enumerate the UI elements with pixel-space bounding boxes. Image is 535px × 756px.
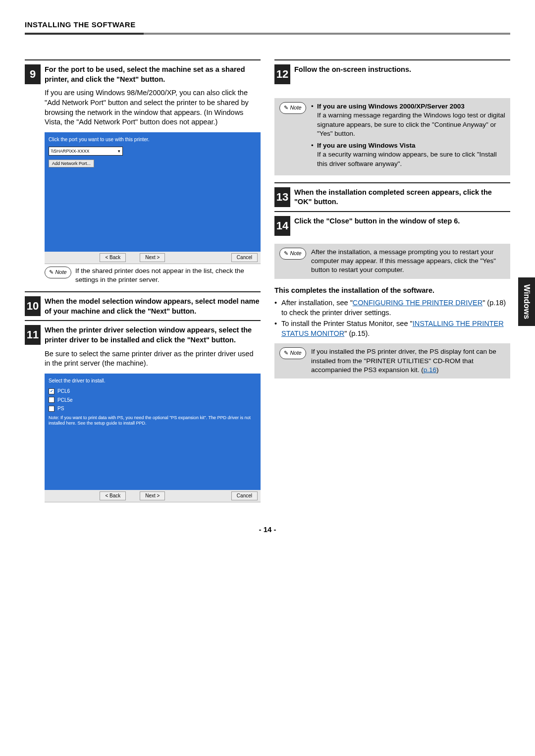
- pcl5e-label: PCL5e: [57, 397, 73, 404]
- configure-printer-driver-link[interactable]: CONFIGURING THE PRINTER DRIVER: [353, 299, 482, 307]
- note-icon: Note: [279, 102, 306, 114]
- chevron-down-icon[interactable]: ▾: [118, 148, 120, 154]
- step-12: 12 Follow the on-screen instructions.: [274, 64, 510, 84]
- note-icon: Note: [279, 248, 306, 260]
- step-10-title: When the model selection window appears,…: [45, 296, 261, 316]
- driver-selection-dialog: Select the driver to install. ✔ PCL6 PCL…: [45, 374, 261, 502]
- step-10-rule: [25, 291, 261, 292]
- step-9-rule: [25, 59, 261, 60]
- note-icon: Note: [45, 267, 71, 278]
- pcl6-label: PCL6: [57, 388, 70, 395]
- ps-note-post: ): [436, 366, 439, 374]
- driver-back-button[interactable]: < Back: [100, 491, 126, 500]
- step-12-num: 12: [274, 64, 290, 84]
- step-14: 14 Click the "Close" button in the windo…: [274, 216, 510, 236]
- step-9: 9 For the port to be used, select the ma…: [25, 64, 261, 84]
- pcl5e-checkbox[interactable]: [49, 397, 54, 403]
- bullet2-pre: To install the Printer Status Monitor, s…: [281, 320, 413, 327]
- dialog-footer: < Back Next > Cancel: [45, 252, 261, 264]
- step-13: 13 When the installation completed scree…: [274, 187, 510, 207]
- driver-dialog-footer: < Back Next > Cancel: [45, 490, 261, 502]
- step-11-title: When the printer driver selection window…: [45, 325, 261, 345]
- step-9-title: For the port to be used, select the mach…: [45, 64, 261, 84]
- step-14-title: Click the "Close" button in the window o…: [294, 216, 510, 236]
- step-9-note-text: If the shared printer does not appear in…: [75, 267, 261, 284]
- ps-driver-note-text: If you installed the PS printer driver, …: [311, 347, 505, 375]
- step-12-title: Follow the on-screen instructions.: [294, 64, 510, 84]
- step-11-body: Be sure to select the same printer drive…: [45, 349, 261, 369]
- step-11-rule: [25, 320, 261, 321]
- driver-dialog-instruction: Select the driver to install.: [49, 378, 257, 384]
- completion-heading: This completes the installation of the s…: [274, 286, 510, 296]
- add-network-port-button[interactable]: Add Network Port...: [49, 160, 94, 167]
- step-9-note: Note If the shared printer does not appe…: [45, 267, 261, 284]
- bullet2-post: " (p.15).: [344, 329, 370, 337]
- driver-next-button[interactable]: Next >: [140, 491, 165, 500]
- step-10-num: 10: [25, 296, 41, 316]
- step-14-note: Note After the installation, a message p…: [274, 244, 510, 279]
- note12-text-1: If a warning message regarding the Windo…: [317, 111, 505, 137]
- step-12-rule: [274, 59, 510, 60]
- note12-heading-2: If you are using Windows Vista: [317, 142, 415, 149]
- ps-label: PS: [57, 405, 64, 412]
- bullet1-pre: After installation, see ": [281, 299, 353, 307]
- step-14-rule: [274, 211, 510, 212]
- ps-note-pre: If you installed the PS printer driver, …: [311, 348, 496, 373]
- page-header: INSTALLING THE SOFTWARE: [25, 20, 510, 30]
- pcl6-checkbox[interactable]: ✔: [49, 388, 54, 394]
- right-column: 12 Follow the on-screen instructions. No…: [274, 59, 510, 505]
- left-column: 9 For the port to be used, select the ma…: [25, 59, 261, 505]
- step-11-num: 11: [25, 325, 41, 345]
- port-selection-dialog: Click the port you want to use with this…: [45, 132, 261, 264]
- port-input-value: \\SHARP\XX-XXXX: [51, 148, 90, 154]
- step-10: 10 When the model selection window appea…: [25, 296, 261, 316]
- bullet-configure-driver: After installation, see "CONFIGURING THE…: [274, 298, 510, 318]
- port-combobox[interactable]: \\SHARP\XX-XXXX ▾: [49, 147, 123, 156]
- note12-text-2: If a security warning window appears, be…: [317, 151, 497, 167]
- driver-cancel-button[interactable]: Cancel: [231, 491, 258, 500]
- header-rule: [25, 33, 510, 35]
- note12-heading-1: If you are using Windows 2000/XP/Server …: [317, 103, 465, 110]
- page-number: - 14 -: [25, 525, 510, 535]
- side-tab-windows: Windows: [518, 277, 535, 326]
- back-button[interactable]: < Back: [100, 253, 126, 262]
- post-install-bullets: After installation, see "CONFIGURING THE…: [274, 298, 510, 338]
- step-13-num: 13: [274, 187, 290, 207]
- step-12-note-list: If you are using Windows 2000/XP/Server …: [311, 102, 505, 171]
- ps-checkbox[interactable]: [49, 406, 54, 412]
- step-13-title: When the installation completed screen a…: [294, 187, 510, 207]
- port-dialog-instruction: Click the port you want to use with this…: [49, 136, 257, 143]
- driver-dialog-warning: Note: If you want to print data with PS,…: [49, 415, 257, 426]
- next-button[interactable]: Next >: [140, 253, 165, 262]
- step-14-note-text: After the installation, a message prompt…: [311, 248, 505, 275]
- cancel-button[interactable]: Cancel: [231, 253, 258, 262]
- step-9-num: 9: [25, 64, 41, 84]
- ps-driver-note: Note If you installed the PS printer dri…: [274, 343, 510, 378]
- note-icon: Note: [279, 347, 306, 359]
- bullet-install-monitor: To install the Printer Status Monitor, s…: [274, 319, 510, 338]
- step-13-rule: [274, 182, 510, 183]
- step-11: 11 When the printer driver selection win…: [25, 325, 261, 345]
- step-14-num: 14: [274, 216, 290, 236]
- p16-link[interactable]: p.16: [424, 366, 436, 374]
- step-12-note: Note If you are using Windows 2000/XP/Se…: [274, 98, 510, 175]
- step-9-body: If you are using Windows 98/Me/2000/XP, …: [45, 88, 261, 127]
